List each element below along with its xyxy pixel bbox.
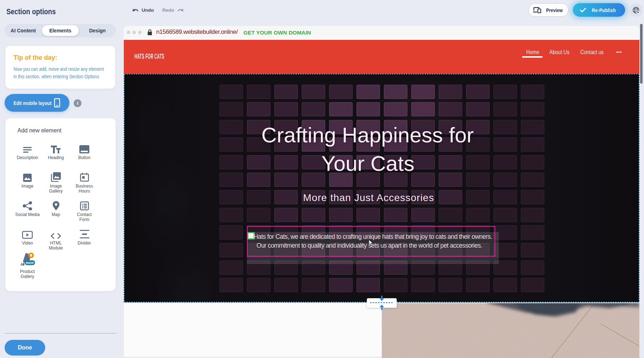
svg-text:SHOP: SHOP	[26, 261, 34, 265]
